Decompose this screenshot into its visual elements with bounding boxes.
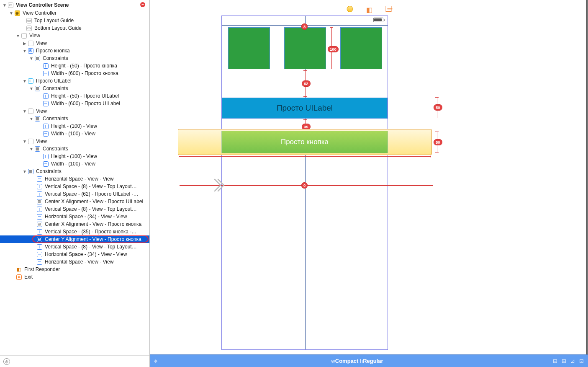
scene-header[interactable]: ▭ View Controller Scene – [0, 1, 149, 9]
h-prefix: h [358, 358, 363, 364]
label: Center Y Alignment - View - Просто кнопк… [43, 236, 141, 242]
outline-constraint[interactable]: Vertical Space - (8) - View - Top Layout… [0, 205, 149, 213]
disclosure-icon[interactable] [9, 11, 13, 16]
constraints-icon: ▦ [34, 55, 40, 61]
canvas[interactable]: ◧ 8 100 62 [150, 0, 588, 367]
outline-item-constraints[interactable]: ▦ Constraints [0, 85, 149, 92]
disclosure-icon[interactable] [23, 109, 27, 114]
w-prefix: w [331, 358, 335, 364]
outline-item-subview[interactable]: View [0, 39, 149, 47]
outline-constraint[interactable]: Height - (100) - View [0, 152, 149, 160]
outline-constraint[interactable]: Vertical Space - (62) - Просто UILabel -… [0, 190, 149, 198]
close-icon[interactable]: – [140, 2, 145, 7]
constraint-cap [435, 132, 439, 132]
disclosure-icon[interactable] [29, 116, 33, 121]
outline-item-button[interactable]: B Просто кнопка [0, 47, 149, 54]
outline-item-constraints[interactable]: ▦ Constraints [0, 145, 149, 152]
outline-constraint[interactable]: Width - (100) - View [0, 160, 149, 168]
outline-constraint[interactable]: Width - (100) - View [0, 130, 149, 137]
green-view-1[interactable] [228, 27, 270, 69]
outline-item-exit[interactable]: ⎌ Exit [0, 273, 149, 281]
outline-item-bottom-guide[interactable]: ▭ Bottom Layout Guide [0, 24, 149, 32]
outline-item-constraints[interactable]: ▦ Constraints [0, 115, 149, 122]
outline-constraint-selected[interactable]: ⊟Center Y Alignment - View - Просто кноп… [0, 235, 149, 243]
outline-item-view4[interactable]: View [0, 137, 149, 145]
label: Center X Alignment - View - Просто кнопк… [43, 221, 141, 227]
disclosure-icon[interactable] [29, 56, 33, 61]
w-value: Compact [335, 358, 359, 364]
outline-constraint[interactable]: Height - (50) - Просто кнопка [0, 62, 149, 70]
view-icon [28, 40, 33, 46]
scroll-gutter [586, 0, 588, 354]
view-icon [21, 33, 27, 39]
button-element[interactable]: Просто кнопка [221, 131, 388, 153]
outline-constraint[interactable]: ⊞Center X Alignment - View - Просто UILa… [0, 198, 149, 205]
green-view-3[interactable] [340, 27, 382, 69]
label: Vertical Space - (8) - View - Top Layout… [43, 244, 137, 250]
constraint-height-icon [43, 153, 49, 159]
outline-constraint[interactable]: Horizontal Space - View - View [0, 258, 149, 266]
button-icon: B [28, 48, 33, 54]
constraint-cap [303, 70, 307, 71]
disclosure-icon[interactable] [3, 3, 7, 8]
outline-list[interactable]: ▭ View Controller Scene – ◉ View Control… [0, 0, 149, 355]
uilabel-element[interactable]: Просто UILabel [222, 98, 388, 119]
label: Width - (600) - Просто кнопка [49, 70, 118, 76]
outline-constraint[interactable]: Width - (600) - Просто кнопка [0, 70, 149, 77]
outline-constraint[interactable]: Horizontal Space - (34) - View - View [0, 213, 149, 220]
viewcontroller-indicator-icon[interactable] [347, 6, 353, 12]
constraint-hspace-icon [36, 251, 42, 257]
outline-item-viewcontroller[interactable]: ◉ View Controller [0, 9, 149, 17]
size-class-label[interactable]: wCompact hRegular [162, 358, 553, 364]
resize-button[interactable]: ⊡ [579, 358, 584, 364]
outline-constraint[interactable]: Width - (600) - Просто UILabel [0, 100, 149, 107]
outline-constraint[interactable]: Height - (100) - View [0, 122, 149, 130]
disclosure-icon[interactable] [23, 41, 27, 46]
constraints-icon: ▦ [34, 85, 40, 91]
label: View [34, 40, 47, 46]
disclosure-icon[interactable] [16, 34, 20, 38]
first-responder-indicator-icon[interactable]: ◧ [366, 6, 373, 13]
outline-constraint[interactable]: Height - (50) - Просто UILabel [0, 92, 149, 100]
disclosure-icon[interactable] [23, 49, 27, 53]
resolve-button[interactable]: ⊿ [570, 358, 575, 364]
pin-button[interactable]: ⊞ [562, 358, 566, 364]
exit-indicator-icon[interactable] [386, 6, 392, 12]
label: Vertical Space - (35) - Просто кнопка -… [43, 229, 136, 235]
constraint-cap [431, 155, 431, 158]
disclosure-icon[interactable] [29, 147, 33, 151]
outline-constraint[interactable]: Vertical Space - (35) - Просто кнопка -… [0, 228, 149, 235]
green-view-2[interactable] [284, 27, 326, 69]
disclosure-icon[interactable] [29, 86, 33, 91]
outline-constraint[interactable]: ⊞Center X Alignment - View - Просто кноп… [0, 220, 149, 228]
align-button[interactable]: ⊟ [553, 358, 557, 364]
outline-constraint[interactable]: Vertical Space - (8) - View - Top Layout… [0, 183, 149, 190]
outline-item-constraints[interactable]: ▦ Constraints [0, 54, 149, 62]
outline-item-first-responder[interactable]: ◧ First Responder [0, 266, 149, 273]
disclosure-icon[interactable] [23, 139, 27, 144]
constraint-vspace-icon [36, 244, 42, 250]
outline-item-constraints-main[interactable]: ▦ Constraints [0, 168, 149, 175]
disclosure-icon[interactable] [23, 169, 27, 174]
constraint-width-icon [43, 161, 49, 167]
panel-toggle-icon[interactable]: ⎆ [154, 358, 162, 364]
outline-item-view[interactable]: View [0, 32, 149, 39]
exit-icon: ⎌ [16, 274, 22, 280]
constraint-cap [435, 97, 439, 98]
label: Height - (50) - Просто UILabel [49, 93, 119, 99]
constraint-cap [303, 96, 307, 97]
label: Exit [23, 274, 33, 280]
outline-constraint[interactable]: Horizontal Space - (34) - View - View [0, 251, 149, 258]
constraint-cap [435, 118, 439, 118]
outline-item-top-guide[interactable]: ▭ Top Layout Guide [0, 17, 149, 24]
outline-item-view3[interactable]: View [0, 107, 149, 115]
outline-constraint[interactable]: Vertical Space - (8) - View - Top Layout… [0, 243, 149, 251]
outline-constraint[interactable]: Horizontal Space - View - View [0, 175, 149, 183]
size-class-bar[interactable]: ⎆ wCompact hRegular ⊟ ⊞ ⊿ ⊡ [150, 354, 588, 367]
filter-icon[interactable]: ◎ [3, 358, 10, 365]
scene-title: View Controller Scene [14, 2, 69, 8]
constraint-vspace-icon [36, 184, 42, 189]
label: Просто UILabel [34, 78, 72, 84]
disclosure-icon[interactable] [23, 79, 27, 83]
outline-item-label[interactable]: L Просто UILabel [0, 77, 149, 85]
